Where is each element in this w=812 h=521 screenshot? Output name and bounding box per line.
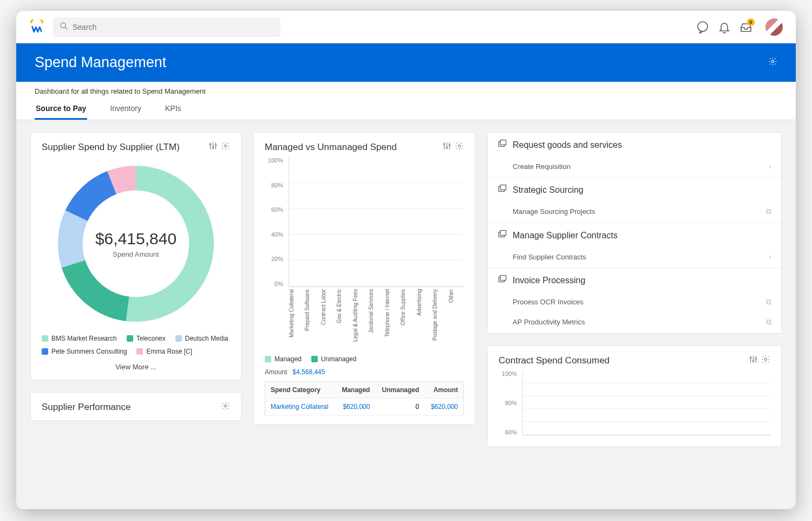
svg-rect-27 [500,185,506,190]
cell: 0 [375,399,424,415]
gear-icon[interactable] [455,141,464,153]
card-title: Supplier Performance [42,402,130,413]
action-link[interactable]: AP Productivity Metrics⧉ [488,313,781,333]
card-supplier-performance: Supplier Performance [30,392,241,421]
sliders-icon[interactable] [442,141,451,153]
card-title: Supplier Spend by Supplier (LTM) [42,142,180,153]
svg-point-20 [443,144,445,145]
donut-value: $6,415,840 [95,230,176,248]
inbox-badge: 6 [747,18,755,26]
gear-icon[interactable] [761,355,770,366]
external-link-icon: ⧉ [766,297,771,307]
external-link-icon: ⧉ [766,317,771,327]
svg-point-7 [209,144,211,145]
legend-item: Deutsch Media [175,335,228,342]
avatar[interactable] [765,18,783,36]
svg-point-0 [61,23,66,28]
gear-icon[interactable] [221,401,230,413]
page-subtitle: Dashboard for all things related to Spen… [16,82,796,95]
svg-point-21 [446,147,448,148]
window-stack-icon [497,275,507,286]
legend-item: Pete Summers Consulting [42,348,127,355]
topbar: 6 [16,11,796,43]
svg-point-23 [458,145,460,147]
card-supplier-spend: Supplier Spend by Supplier (LTM) $6,415,… [30,132,241,380]
col-header: Managed [336,382,376,399]
search-icon [60,22,68,32]
tab-source-to-pay[interactable]: Source to Pay [35,99,87,120]
svg-point-37 [755,358,757,360]
legend-item: Teleconex [127,335,166,342]
window-stack-icon [497,184,507,196]
inbox-icon[interactable]: 6 [739,21,752,34]
sliders-icon[interactable] [749,355,758,366]
bell-icon[interactable] [718,21,731,34]
svg-point-8 [212,147,214,148]
page-header: Spend Management [16,43,796,82]
svg-point-16 [224,405,226,407]
svg-point-2 [698,22,708,31]
page-title: Spend Management [35,54,166,71]
view-more-link[interactable]: View More ... [42,363,230,371]
chevron-right-icon: › [769,162,771,171]
col-header: Unmanaged [375,382,424,399]
card-contract-spend: Contract Spend Consumed 100%80%60% [487,346,782,447]
actions-panel: Request goods and servicesCreate Requisi… [487,132,782,334]
donut-legend: BMS Market ResearchTeleconexDeutsch Medi… [42,335,230,355]
search-input[interactable] [73,23,274,31]
legend-managed: Managed [265,355,302,363]
action-section-header: Request goods and services [488,133,781,158]
svg-point-9 [215,145,217,146]
external-link-icon: ⧉ [766,207,771,216]
svg-point-38 [764,358,767,360]
svg-line-1 [65,27,67,29]
managed-barchart: 100%80%60%40%20%0% [265,157,464,287]
action-section-header: Strategic Sourcing [488,177,781,203]
app-window: 6 Spend Management Dashboard for all thi… [16,11,796,509]
card-managed-spend: Managed vs Unmanaged Spend 100%80%60%40%… [253,132,475,425]
svg-point-3 [771,60,774,62]
svg-point-22 [449,145,450,146]
svg-rect-29 [500,231,506,236]
legend-item: BMS Market Research [42,335,117,342]
amount-summary: Amount$4,568,445 [265,368,464,376]
donut-label: Spend Amount [113,250,159,258]
svg-point-10 [224,145,226,147]
action-link[interactable]: Find Supplier Contracts› [488,248,781,268]
content: Supplier Spend by Supplier (LTM) $6,415,… [16,120,796,509]
action-link[interactable]: Process OCR Invoices⧉ [488,293,781,313]
contract-barchart: 100%80%60% [499,370,770,435]
donut-chart: $6,415,840 Spend Amount [49,157,222,330]
search-box[interactable] [53,17,280,37]
window-stack-icon [497,230,507,242]
action-section-header: Invoice Processing [488,268,781,293]
workday-logo-icon [29,19,44,35]
tab-kpis[interactable]: KPIs [164,99,182,120]
svg-point-36 [752,360,754,362]
window-stack-icon [497,139,507,151]
action-link[interactable]: Manage Sourcing Projects⧉ [488,203,781,223]
chevron-right-icon: › [769,252,771,261]
action-link[interactable]: Create Requisition› [488,158,781,177]
svg-rect-31 [500,276,506,281]
action-section-header: Manage Supplier Contracts [488,223,781,248]
legend-unmanaged: Unmanaged [311,355,356,363]
svg-rect-25 [500,140,506,145]
gear-icon[interactable] [221,141,230,153]
spend-table: Spend CategoryManagedUnmanagedAmount Mar… [265,381,464,415]
cell[interactable]: Marketing Collateral [265,399,336,415]
tab-inventory[interactable]: Inventory [109,99,142,120]
chat-icon[interactable] [696,21,709,34]
legend-item: Emma Rose [C] [136,348,192,355]
col-header: Spend Category [265,382,336,399]
sliders-icon[interactable] [208,141,218,153]
svg-point-35 [750,357,751,359]
col-header: Amount [424,382,463,399]
card-title: Contract Spend Consumed [499,355,610,366]
card-title: Managed vs Unmanaged Spend [265,142,397,153]
tabs: Source to Pay Inventory KPIs [16,99,796,120]
cell[interactable]: $620,000 [336,399,376,415]
gear-icon[interactable] [768,57,777,68]
cell[interactable]: $620,000 [424,399,463,415]
